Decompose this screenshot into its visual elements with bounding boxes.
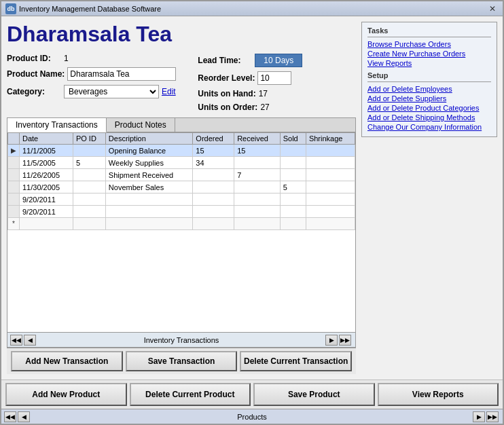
- cell-poid[interactable]: [73, 193, 105, 206]
- cell-received[interactable]: [234, 206, 281, 218]
- cell-sold[interactable]: [280, 206, 306, 218]
- cell-sold[interactable]: [280, 145, 306, 157]
- cell-description[interactable]: [105, 193, 193, 206]
- cell-shrinkage[interactable]: [306, 157, 355, 169]
- table-row[interactable]: 11/5/2005 5 Weekly Supplies 34: [8, 157, 355, 169]
- save-product-button[interactable]: Save Product: [253, 383, 375, 406]
- category-row: Category: Beverages Edit: [7, 85, 176, 98]
- col-description: Description: [105, 133, 193, 145]
- cell-received[interactable]: [234, 193, 281, 206]
- cell-description[interactable]: [105, 206, 193, 218]
- table-row[interactable]: 11/26/2005 Shipment Received 7: [8, 169, 355, 181]
- cell-poid[interactable]: [73, 181, 105, 193]
- cell-date[interactable]: 9/20/2011: [20, 206, 73, 218]
- add-employees-link[interactable]: Add or Delete Employees: [367, 85, 491, 93]
- cell-date[interactable]: 11/5/2005: [20, 157, 73, 169]
- cell-received[interactable]: [234, 181, 281, 193]
- product-name-row: Product Name:: [7, 67, 176, 81]
- units-hand-value: 17: [259, 89, 268, 98]
- cell-description[interactable]: Shipment Received: [105, 169, 193, 181]
- reorder-input[interactable]: [257, 71, 291, 85]
- transactions-table-container: Date PO ID Description Ordered Received …: [7, 132, 355, 332]
- cell-ordered[interactable]: [193, 206, 234, 218]
- cell-ordered[interactable]: 34: [193, 157, 234, 169]
- cell-date[interactable]: 11/1/2005: [20, 145, 73, 157]
- cell-date[interactable]: 9/20/2011: [20, 193, 73, 206]
- col-sold: Sold: [280, 133, 306, 145]
- add-suppliers-link[interactable]: Add or Delete Suppliers: [367, 94, 491, 103]
- col-shrinkage: Shrinkage: [306, 133, 355, 145]
- cell-description[interactable]: November Sales: [105, 181, 193, 193]
- cell-poid[interactable]: [73, 145, 105, 157]
- close-button[interactable]: ✕: [486, 4, 499, 14]
- edit-link[interactable]: Edit: [162, 87, 176, 96]
- tab-notes[interactable]: Product Notes: [107, 118, 175, 132]
- add-transaction-button[interactable]: Add New Transaction: [11, 351, 123, 371]
- status-prev-btn[interactable]: ◀: [18, 411, 30, 422]
- cell-shrinkage[interactable]: [306, 145, 355, 157]
- cell-shrinkage[interactable]: [306, 193, 355, 206]
- status-next-btn[interactable]: ▶: [473, 411, 485, 422]
- cell-poid[interactable]: [73, 206, 105, 218]
- table-row[interactable]: ▶ 11/1/2005 Opening Balance 15 15: [8, 145, 355, 157]
- delete-product-button[interactable]: Delete Current Product: [130, 383, 251, 406]
- status-first-btn[interactable]: ◀◀: [4, 411, 16, 422]
- cell-received[interactable]: 15: [234, 145, 281, 157]
- category-label: Category:: [7, 87, 61, 96]
- cell-sold[interactable]: 5: [280, 181, 306, 193]
- cell-shrinkage[interactable]: [306, 169, 355, 181]
- col-indicator: [8, 133, 20, 145]
- cell-poid[interactable]: [73, 169, 105, 181]
- add-product-button[interactable]: Add New Product: [5, 383, 127, 406]
- tasks-box: Tasks Browse Purchase Orders Create New …: [361, 22, 497, 137]
- cell-date[interactable]: 11/26/2005: [20, 169, 73, 181]
- cell-description[interactable]: Opening Balance: [105, 145, 193, 157]
- product-name-label: Product Name:: [7, 69, 65, 79]
- row-indicator: [8, 157, 20, 169]
- cell-ordered[interactable]: [193, 169, 234, 181]
- cell-ordered[interactable]: 15: [193, 145, 234, 157]
- form-col-left: Product ID: 1 Product Name: Category: Be…: [7, 54, 176, 112]
- save-transaction-button[interactable]: Save Transaction: [126, 351, 238, 371]
- add-shipping-link[interactable]: Add or Delete Shipping Methods: [367, 113, 491, 122]
- browse-orders-link[interactable]: Browse Purchase Orders: [367, 40, 491, 48]
- bottom-action-buttons: Add New Product Delete Current Product S…: [1, 380, 503, 409]
- cell-received[interactable]: [234, 157, 281, 169]
- create-orders-link[interactable]: Create New Purchase Orders: [367, 50, 491, 58]
- category-select[interactable]: Beverages: [64, 85, 159, 98]
- new-row-indicator: *: [8, 218, 20, 230]
- cell-shrinkage[interactable]: [306, 181, 355, 193]
- nav-prev-btn[interactable]: ◀: [24, 335, 36, 346]
- status-last-btn[interactable]: ▶▶: [486, 411, 499, 422]
- view-reports-button[interactable]: View Reports: [378, 383, 499, 406]
- table-new-row[interactable]: *: [8, 218, 355, 230]
- cell-sold[interactable]: [280, 193, 306, 206]
- cell-sold[interactable]: [280, 169, 306, 181]
- cell-date[interactable]: 11/30/2005: [20, 181, 73, 193]
- cell-ordered[interactable]: [193, 181, 234, 193]
- nav-last-btn[interactable]: ▶▶: [339, 335, 351, 346]
- cell-ordered[interactable]: [193, 193, 234, 206]
- product-id-label: Product ID:: [7, 54, 61, 63]
- lead-time-input[interactable]: [255, 54, 302, 67]
- cell-shrinkage[interactable]: [306, 206, 355, 218]
- table-row[interactable]: 9/20/2011: [8, 206, 355, 218]
- row-indicator: [8, 206, 20, 218]
- nav-first-btn[interactable]: ◀◀: [10, 335, 22, 346]
- table-row[interactable]: 11/30/2005 November Sales 5: [8, 181, 355, 193]
- cell-sold[interactable]: [280, 157, 306, 169]
- add-categories-link[interactable]: Add or Delete Product Categories: [367, 104, 491, 112]
- status-label: Products: [31, 413, 473, 421]
- view-reports-tasks-link[interactable]: View Reports: [367, 59, 491, 67]
- nav-next-btn[interactable]: ▶: [325, 335, 338, 346]
- cell-received[interactable]: 7: [234, 169, 281, 181]
- tabs-area: Inventory Transactions Product Notes Dat…: [7, 117, 356, 348]
- product-name-input[interactable]: [67, 67, 176, 81]
- cell-poid[interactable]: 5: [73, 157, 105, 169]
- delete-transaction-button[interactable]: Delete Current Transaction: [240, 351, 352, 371]
- company-info-link[interactable]: Change Our Company Information: [367, 123, 491, 131]
- units-order-value: 27: [260, 103, 269, 112]
- table-row[interactable]: 9/20/2011: [8, 193, 355, 206]
- tab-inventory[interactable]: Inventory Transactions: [7, 118, 107, 132]
- cell-description[interactable]: Weekly Supplies: [105, 157, 193, 169]
